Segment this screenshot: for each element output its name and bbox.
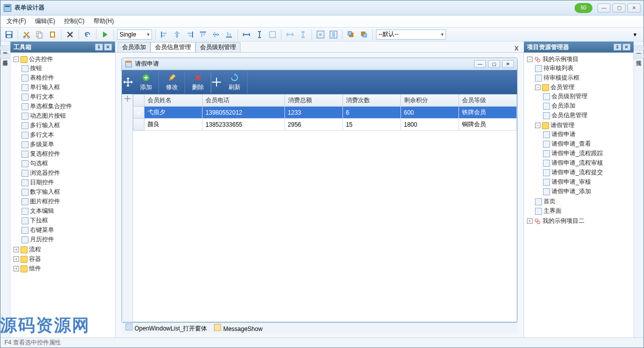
document-tabs: 会员添加 会员信息管理 会员级别管理 X — [116, 42, 524, 53]
refresh-button[interactable]: 刷新 — [222, 71, 248, 94]
toolbox-item[interactable]: 单行输入框 — [22, 83, 114, 92]
inner-close-button[interactable]: ✕ — [502, 60, 514, 68]
solution-item[interactable]: 会员级别管理 — [543, 92, 632, 101]
save-icon[interactable] — [4, 29, 14, 40]
toolbox-item[interactable]: 右键菜单 — [22, 226, 114, 234]
toolbox-item[interactable]: 表格控件 — [22, 74, 114, 82]
tab-member-info[interactable]: 会员信息管理 — [150, 42, 196, 52]
toolbox-item[interactable]: 单行文本 — [22, 93, 114, 101]
menu-control[interactable]: 控制(C) — [64, 17, 84, 26]
menu-file[interactable]: 文件(F) — [6, 17, 26, 26]
grid-move-handle[interactable] — [122, 94, 133, 322]
toolbox-item[interactable]: 勾选框 — [22, 159, 114, 168]
align-middle-icon[interactable] — [210, 29, 222, 40]
solution-item[interactable]: 请假申请 — [543, 130, 632, 139]
move-handle-icon-2[interactable] — [212, 77, 222, 87]
tab-toolbox[interactable]: 工具箱 — [0, 46, 10, 51]
delete-icon[interactable] — [64, 29, 76, 40]
run-icon[interactable] — [100, 29, 110, 40]
data-grid[interactable]: 会员姓名 会员电话 消费总额 消费次数 剩余积分 会员等级 ▸ — [133, 94, 517, 322]
panel-close-icon[interactable]: ✕ — [104, 44, 112, 51]
svg-rect-18 — [188, 33, 192, 34]
solution-item[interactable]: 请假申请_流程跟踪 — [543, 149, 632, 158]
inner-window-title: 请假申请 — [135, 60, 159, 68]
toolbox-item[interactable]: 按钮 — [22, 64, 114, 73]
solution-item[interactable]: 会员添加 — [543, 102, 632, 110]
align-left-icon[interactable] — [158, 29, 170, 40]
table-row[interactable]: 颜良 13852333655 2956 15 1800 铜牌会员 — [134, 119, 517, 131]
toolbox-item[interactable]: 多行输入框 — [22, 121, 114, 130]
toolbox-item[interactable]: 多级菜单 — [22, 140, 114, 149]
pin-icon[interactable]: ⇩ — [614, 44, 622, 51]
solution-tree[interactable]: −我的示例项目 待审核列表 待审核提示框 −会员管理 会员级别管理会员添加会员信… — [525, 55, 632, 226]
svg-rect-4 — [7, 35, 11, 38]
panel-close-icon[interactable]: ✕ — [622, 44, 630, 51]
add-button[interactable]: 添加 — [133, 71, 159, 94]
toolbox-item[interactable]: 动态图片按钮 — [22, 112, 114, 120]
mode-combo[interactable]: Single — [117, 30, 152, 40]
toolbox-item[interactable]: 单选框集合控件 — [22, 102, 114, 111]
app-title: 表单设计器 — [14, 4, 44, 12]
title-bar: 表单设计器 60 — ▢ ✕ — [0, 1, 644, 16]
tab-member-add[interactable]: 会员添加 — [118, 42, 150, 52]
tab-server[interactable]: 服务器 — [0, 54, 10, 59]
toolbox-tree[interactable]: −公共控件 按钮表格控件单行输入框单行文本单选框集合控件动态图片按钮多行输入框多… — [12, 55, 114, 273]
vspace-icon[interactable] — [298, 29, 308, 40]
toolbox-item[interactable]: 图片框控件 — [22, 197, 114, 206]
row-indicator-icon: ▸ — [134, 107, 144, 119]
toolbar-overflow-icon[interactable]: ▾ — [630, 29, 640, 40]
svg-rect-29 — [270, 32, 276, 38]
toolbox-item[interactable]: 文本编辑 — [22, 207, 114, 215]
toolbox-item[interactable]: 数字输入框 — [22, 188, 114, 196]
undo-icon[interactable] — [82, 29, 93, 40]
solution-item[interactable]: 请假申请_查看 — [543, 140, 632, 148]
toolbox-item[interactable]: 日期控件 — [22, 178, 114, 187]
inner-max-button[interactable]: ▢ — [488, 60, 500, 68]
send-back-icon[interactable] — [358, 29, 370, 40]
align-bottom-icon[interactable] — [224, 29, 234, 40]
align-top-icon[interactable] — [198, 29, 208, 40]
svg-rect-12 — [162, 33, 166, 34]
toolbox-item[interactable]: 浏览器控件 — [22, 169, 114, 177]
toolbox-item[interactable]: 月历控件 — [22, 235, 114, 244]
paste-icon[interactable] — [47, 29, 58, 40]
tab-properties[interactable]: 属性 — [634, 54, 644, 59]
align-center-h-icon[interactable] — [172, 29, 182, 40]
svg-rect-27 — [227, 32, 228, 36]
tab-close-icon[interactable]: X — [512, 45, 522, 52]
solution-item[interactable]: 请假申请_审核 — [543, 178, 632, 186]
menu-edit[interactable]: 编辑(E) — [35, 17, 55, 26]
same-size-icon[interactable] — [267, 29, 278, 40]
pin-icon[interactable]: ⇩ — [95, 44, 103, 51]
edit-button[interactable]: 修改 — [159, 71, 185, 94]
solution-item[interactable]: 请假申请_流程提交 — [543, 168, 632, 177]
toolbox-item[interactable]: 复选框控件 — [22, 150, 114, 158]
solution-item[interactable]: 请假申请_流程审核 — [543, 159, 632, 167]
designer-status-bar: OpenWindowList_打开窗体 MessageShow — [122, 322, 518, 333]
copy-icon[interactable] — [34, 29, 45, 40]
maximize-button[interactable]: ▢ — [612, 4, 626, 13]
solution-item[interactable]: 会员信息管理 — [543, 111, 632, 120]
cut-icon[interactable] — [21, 29, 32, 40]
move-handle-icon[interactable] — [123, 77, 133, 87]
center-in-form-icon[interactable] — [315, 29, 326, 40]
same-height-icon[interactable] — [254, 29, 265, 40]
align-right-icon[interactable] — [184, 29, 196, 40]
center-v-icon[interactable] — [328, 29, 339, 40]
same-width-icon[interactable] — [241, 29, 252, 40]
message-icon — [214, 324, 221, 331]
toolbox-item[interactable]: 下拉框 — [22, 216, 114, 225]
menu-help[interactable]: 帮助(H) — [94, 17, 114, 26]
tab-member-level[interactable]: 会员级别管理 — [196, 42, 240, 52]
tab-solution[interactable]: 解决方案 — [634, 46, 644, 51]
hspace-icon[interactable] — [284, 29, 296, 40]
solution-item[interactable]: 请假申请_添加 — [543, 187, 632, 196]
toolbox-item[interactable]: 多行文本 — [22, 131, 114, 139]
inner-min-button[interactable]: — — [474, 60, 486, 68]
close-button[interactable]: ✕ — [628, 4, 640, 13]
delete-button[interactable]: 删除 — [185, 71, 211, 94]
minimize-button[interactable]: — — [598, 4, 610, 13]
table-row[interactable]: ▸ 弋痕夕 13980552012 1233 6 600 铁牌会员 — [134, 107, 517, 119]
bring-front-icon[interactable] — [346, 29, 356, 40]
layout-combo[interactable]: --默认-- — [376, 30, 446, 40]
